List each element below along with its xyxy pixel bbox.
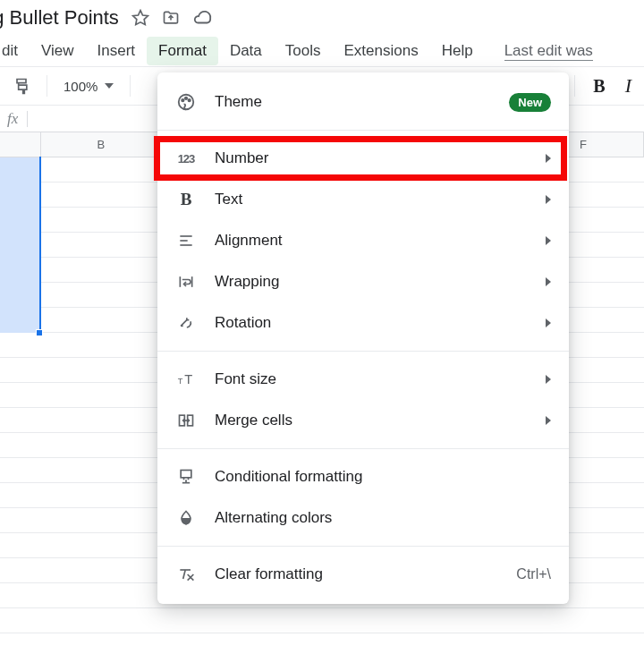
format-menu: Theme New 123 Number B Text Alignment Wr… (157, 72, 569, 604)
menu-item-label: Theme (215, 93, 491, 111)
formula-bar-separator (27, 111, 28, 127)
cond-icon (175, 466, 197, 488)
menu-format[interactable]: Format (147, 37, 218, 65)
submenu-caret-icon (546, 277, 551, 286)
menu-item-label: Alternating colors (215, 509, 551, 527)
menu-data[interactable]: Data (218, 37, 274, 65)
merge-icon (175, 410, 197, 431)
paint-format-icon[interactable] (7, 72, 36, 100)
menu-edit[interactable]: dit (0, 37, 30, 65)
format-menu-conditional[interactable]: Conditional formatting (157, 456, 569, 497)
format-menu-number[interactable]: 123 Number (157, 138, 569, 179)
fx-label: fx (7, 110, 18, 128)
format-menu-alignment[interactable]: Alignment (157, 220, 569, 261)
menu-item-label: Clear formatting (215, 565, 498, 583)
format-menu-clear[interactable]: Clear formatting Ctrl+\ (157, 554, 569, 595)
altcolor-icon (175, 507, 197, 529)
svg-point-2 (182, 99, 183, 101)
rotate-icon (175, 312, 197, 334)
menu-item-label: Number (215, 149, 528, 167)
chevron-down-icon (105, 83, 114, 89)
svg-point-4 (188, 99, 190, 101)
format-menu-theme[interactable]: Theme New (157, 81, 569, 123)
cloud-status-icon[interactable] (192, 8, 212, 28)
menubar: dit View Insert Format Data Tools Extens… (0, 36, 644, 66)
menu-view[interactable]: View (30, 37, 86, 65)
menu-item-label: Merge cells (215, 412, 528, 429)
format-menu-rotation[interactable]: Rotation (157, 302, 569, 344)
clear-icon (175, 564, 197, 585)
grid-row[interactable] (0, 633, 644, 654)
move-to-drive-icon[interactable] (162, 9, 180, 27)
submenu-caret-icon (546, 375, 551, 384)
italic-button[interactable]: I (620, 69, 637, 103)
svg-line-16 (183, 570, 186, 579)
menu-divider (157, 351, 569, 352)
number-icon: 123 (175, 148, 197, 169)
menu-item-shortcut: Ctrl+\ (516, 566, 551, 582)
svg-marker-0 (133, 11, 148, 25)
format-menu-merge[interactable]: Merge cells (157, 400, 569, 441)
submenu-caret-icon (546, 236, 551, 245)
submenu-caret-icon (546, 319, 551, 327)
menu-item-label: Text (215, 191, 528, 208)
menu-item-label: Rotation (215, 314, 528, 332)
svg-rect-14 (181, 471, 191, 478)
wrap-icon (175, 271, 197, 293)
svg-text:T: T (178, 377, 183, 386)
format-menu-text[interactable]: B Text (157, 179, 569, 220)
palette-icon (175, 91, 197, 113)
selection-handle[interactable] (36, 329, 43, 336)
document-title[interactable]: ng Bullet Points (0, 6, 119, 30)
format-menu-altcolors[interactable]: Alternating colors (157, 497, 569, 539)
selection-border (39, 157, 41, 332)
toolbar-separator (47, 75, 47, 97)
fontsize-icon: TT (175, 369, 197, 390)
grid-row[interactable] (0, 608, 644, 633)
menu-item-label: Alignment (215, 232, 528, 250)
bold-icon: B (175, 189, 197, 210)
menu-item-label: Font size (215, 370, 528, 388)
star-icon[interactable] (131, 9, 149, 27)
select-all-corner[interactable] (0, 132, 41, 157)
last-edit-link[interactable]: Last edit was (504, 42, 593, 61)
submenu-caret-icon (546, 154, 551, 163)
column-header[interactable]: B (41, 132, 162, 157)
submenu-caret-icon (546, 195, 551, 204)
zoom-select[interactable]: 100% (58, 79, 119, 94)
menu-help[interactable]: Help (430, 37, 485, 65)
submenu-caret-icon (546, 416, 551, 425)
menu-extensions[interactable]: Extensions (333, 37, 430, 65)
menu-item-label: Conditional formatting (215, 468, 551, 486)
format-menu-fontsize[interactable]: TT Font size (157, 359, 569, 400)
menu-tools[interactable]: Tools (274, 37, 333, 65)
menu-divider (157, 448, 569, 449)
menu-insert[interactable]: Insert (86, 37, 148, 65)
menu-divider (157, 546, 569, 547)
zoom-value: 100% (64, 79, 97, 94)
menu-item-label: Wrapping (215, 273, 528, 291)
svg-point-3 (185, 98, 187, 99)
menu-divider (157, 130, 569, 131)
bold-button[interactable]: B (588, 71, 610, 102)
toolbar-separator (574, 75, 575, 97)
svg-text:T: T (184, 372, 192, 386)
format-menu-wrapping[interactable]: Wrapping (157, 261, 569, 302)
toolbar-separator (130, 75, 131, 97)
align-icon (175, 230, 197, 251)
new-badge: New (509, 93, 551, 112)
